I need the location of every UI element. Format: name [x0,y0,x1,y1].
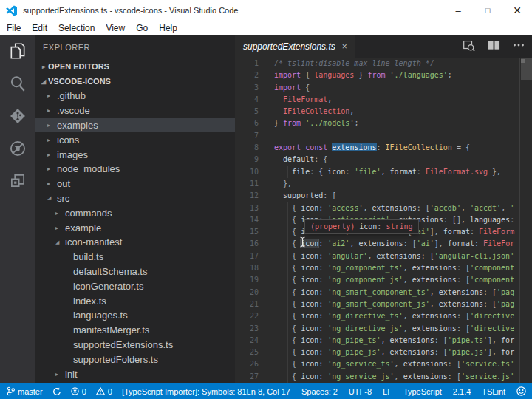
indent-guide [287,274,288,286]
tree-item-label: supportedFolders.ts [73,354,158,365]
line-content: IFileCollection, [274,106,532,117]
minimize-button[interactable]: – [443,0,473,21]
tree-item-label: languages.ts [73,310,128,321]
section-label: OPEN EDITORS [48,62,109,71]
activity-explorer-button[interactable] [0,36,35,69]
tree-item-out[interactable]: ▸out [35,177,235,191]
tree-item-icons[interactable]: ▸icons [35,132,235,147]
maximize-button[interactable]: □ [473,0,502,21]
status-errors[interactable]: 0 [71,387,86,396]
tree-item-commands[interactable]: ▸commands [35,205,235,220]
debug-no-bug-icon [8,139,27,161]
status-label: TSLint [482,387,505,396]
feedback-smiley-icon [516,386,526,396]
line-content: { icon: 'ai2', extensions: ['ai'], forma… [274,238,532,250]
line-number: 22 [235,310,259,322]
activity-extensions-button[interactable] [0,166,35,199]
tree-item-src[interactable]: ◢src [35,191,235,206]
tree-item--vscode[interactable]: ▸.vscode [35,103,235,118]
tree-item-example[interactable]: ▸example [35,220,235,235]
status-branch[interactable]: master [7,386,43,396]
chevron-collapsed-icon: ▸ [55,225,65,231]
status-sync[interactable] [52,387,61,396]
section-open-editors[interactable]: ▸ OPEN EDITORS [35,59,235,74]
activity-search-button[interactable] [0,69,35,101]
indent-guide [279,323,279,335]
status-label: LF [383,387,392,396]
tree-item-examples[interactable]: ▸examples [35,118,235,133]
workbench: EXPLORER ▸ OPEN EDITORS ◢ VSCODE-ICONS ▸… [0,35,532,383]
tree-item-index-ts[interactable]: index.ts [35,293,235,308]
close-tab-icon[interactable]: × [342,41,347,52]
tree-item-label: manifestMerger.ts [73,324,149,335]
vscode-window: supportedExtensions.ts - vscode-icons - … [0,0,532,399]
status-label: master [18,387,43,396]
status-language-mode[interactable]: TypeScript [403,387,442,396]
line-number: 16 [235,238,259,250]
tree-item-supportedextensions-ts[interactable]: supportedExtensions.ts [35,338,235,352]
menu-selection[interactable]: Selection [58,23,95,33]
editor-actions [462,35,532,58]
line-content: import { languages } from './languages'; [274,69,532,81]
tree-item-label: init [65,369,78,380]
code-editor[interactable]: 1/* tslint:disable max-line-length */2im… [235,58,532,383]
tree-item-node-modules[interactable]: ▸node_modules [35,162,235,177]
status-ts-importer[interactable]: [TypeScript Importer]: Symbols: 81 [122,387,247,396]
tree-item-defaultschema-ts[interactable]: defaultSchema.ts [35,265,235,279]
code-line: 4 FileFormat, [235,94,532,106]
activity-debug-button[interactable] [0,134,35,166]
status-warnings[interactable]: 0 [96,387,112,396]
more-actions-icon[interactable] [513,40,525,53]
status-encoding[interactable]: UTF-8 [349,387,372,396]
tree-item-label: build.ts [73,251,103,262]
tree-item-icon-manifest[interactable]: ◢icon-manifest [35,235,235,250]
tab-supportedextensions-ts[interactable]: supportedExtensions.ts × [235,35,355,58]
open-preview-icon[interactable] [462,38,475,55]
status-feedback[interactable] [516,386,526,396]
indent-guide [279,371,279,383]
line-content: } from '../models'; [274,117,532,129]
vertical-scrollbar[interactable] [519,58,532,383]
tree-item-supportedfolders-ts[interactable]: supportedFolders.ts [35,352,235,366]
status-tslint[interactable]: TSLint [482,387,505,396]
line-content: default: { [274,154,532,166]
menu-go[interactable]: Go [136,23,148,33]
line-number: 6 [235,117,259,129]
menu-edit[interactable]: Edit [32,23,47,33]
code-line: 2import { languages } from './languages'… [235,69,532,81]
tree-item--github[interactable]: ▸.github [35,89,235,103]
indent-guide [279,178,279,190]
activity-source-control-button[interactable] [0,101,35,134]
status-cursor-position[interactable]: Ln 8, Col 17 [247,387,290,396]
code-line: 20 { icon: 'ng_smart_component_ts', exte… [235,287,532,299]
status-indentation[interactable]: Spaces: 2 [301,387,338,396]
tree-item-manifestmerger-ts[interactable]: manifestMerger.ts [35,323,235,338]
chevron-expanded-icon: ◢ [39,78,48,85]
indent-guide [287,335,288,347]
line-content: { icon: 'ng_component_js', extensions: [… [274,274,532,286]
tree-item-languages-ts[interactable]: languages.ts [35,308,235,323]
tree-item-icongenerator-ts[interactable]: iconGenerator.ts [35,279,235,293]
menu-view[interactable]: View [106,23,125,33]
line-number: 24 [235,335,259,347]
line-content: { icon: 'ng_pipe_js', extensions: ['pipe… [274,347,532,358]
tree-item-label: .vscode [57,105,90,116]
line-number: 26 [235,358,259,370]
menu-help[interactable]: Help [159,23,177,33]
tree-item-build-ts[interactable]: build.ts [35,250,235,265]
code-line: 18 { icon: 'ng_component_ts', extensions… [235,262,532,274]
menu-file[interactable]: File [7,23,21,33]
file-tree: ▸.github▸.vscode▸examples▸icons▸images▸n… [35,89,235,381]
indent-guide [279,347,279,358]
line-number: 19 [235,274,259,286]
split-editor-icon[interactable] [488,39,500,54]
status-version[interactable]: 2.1.4 [453,387,471,396]
line-content: import { [274,82,532,94]
line-number: 4 [235,94,259,106]
status-eol[interactable]: LF [383,387,392,396]
code-line: 9 default: { [235,154,532,166]
section-vscode-icons[interactable]: ◢ VSCODE-ICONS [35,74,235,89]
tree-item-images[interactable]: ▸images [35,147,235,162]
tree-item-init[interactable]: ▸init [35,366,235,381]
close-button[interactable]: ✕ [502,0,532,21]
